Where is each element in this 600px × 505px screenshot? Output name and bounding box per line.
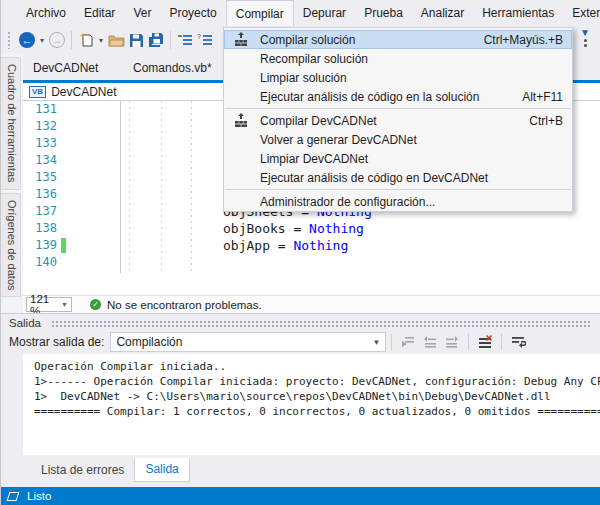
- menubar-item-analizar[interactable]: Analizar: [412, 0, 473, 26]
- menu-item-analisis-codigo-devcadnet[interactable]: Ejecutar análisis de código en DevCADNet: [224, 168, 572, 187]
- save-button[interactable]: [126, 29, 146, 51]
- build-icon: [233, 32, 249, 47]
- health-check-icon: ✓: [90, 299, 101, 310]
- word-wrap-icon: [511, 335, 526, 349]
- vb-project-icon: VB: [29, 86, 46, 98]
- menu-shortcut: Ctrl+B: [529, 114, 563, 128]
- document-tab-devcadnet[interactable]: DevCADNet: [27, 58, 104, 78]
- navigation-project-name: DevCADNet: [51, 85, 116, 99]
- code-line[interactable]: 139objApp = Nothing: [23, 237, 600, 254]
- clear-all-button[interactable]: [474, 332, 496, 352]
- menubar-item-prueba[interactable]: Prueba: [355, 0, 412, 26]
- menubar-item-compilar[interactable]: Compilar: [226, 0, 294, 26]
- output-line: 1>------ Operación Compilar iniciada: pr…: [34, 374, 600, 389]
- indent-button-2[interactable]: ?: [195, 29, 215, 51]
- menubar-item-depurar[interactable]: Depurar: [294, 0, 355, 26]
- output-panel-header[interactable]: Salida: [1, 314, 600, 330]
- toolbar-separator: [170, 31, 171, 49]
- bottom-panel-tabstrip: Lista de errores Salida: [1, 455, 600, 482]
- menu-separator: [225, 189, 571, 190]
- save-all-button[interactable]: [146, 29, 166, 51]
- output-panel-title: Salida: [9, 317, 41, 329]
- status-bar-icon: [7, 492, 20, 501]
- toolbar-separator: [501, 334, 502, 350]
- output-toolbar: Mostrar salida de: Compilación ▼: [1, 330, 600, 354]
- output-line: ========== Compilar: 1 correctos, 0 inco…: [34, 404, 600, 419]
- sidebar-tab-toolbox[interactable]: Cuadro de herramientas: [1, 57, 21, 190]
- tab-salida[interactable]: Salida: [134, 458, 189, 482]
- goto-message-icon: [401, 335, 415, 349]
- next-message-button[interactable]: [441, 332, 463, 352]
- left-dock-strip: Cuadro de herramientas Orígenes de datos: [1, 54, 23, 313]
- menu-item-compilar-devcadnet[interactable]: Compilar DevCADNet Ctrl+B: [224, 111, 572, 130]
- navigate-back-icon: ←: [19, 32, 35, 48]
- navigate-forward-button[interactable]: →: [47, 29, 67, 51]
- navigate-back-button[interactable]: ←: [17, 29, 37, 51]
- menu-shortcut: Alt+F11: [522, 90, 563, 104]
- chevron-down-icon: ▼: [61, 301, 68, 308]
- show-output-label: Mostrar salida de:: [9, 335, 104, 349]
- menu-item-volver-a-generar-devcadnet[interactable]: Volver a generar DevCADNet: [224, 130, 572, 149]
- output-line: 1> DevCADNet -> C:\Users\mario\source\re…: [34, 389, 600, 404]
- indent-icon-1: [177, 33, 193, 47]
- sidebar-tab-data-sources[interactable]: Orígenes de datos: [1, 193, 21, 298]
- menu-item-administrador-configuracion[interactable]: Administrador de configuración...: [224, 192, 572, 211]
- toolbar-grip-handle[interactable]: [7, 31, 12, 49]
- menubar-item-herramientas[interactable]: Herramientas: [473, 0, 563, 26]
- indent-button-1[interactable]: [175, 29, 195, 51]
- toolbar-separator: [468, 334, 469, 350]
- goto-message-button[interactable]: [397, 332, 419, 352]
- save-icon: [129, 33, 144, 48]
- compile-dropdown-menu: Compilar solución Ctrl+Mayús.+B Recompil…: [223, 27, 573, 212]
- chevron-down-icon: ▼: [372, 338, 380, 347]
- code-line[interactable]: 140: [23, 254, 600, 271]
- previous-message-button[interactable]: [419, 332, 441, 352]
- output-source-dropdown[interactable]: Compilación ▼: [110, 332, 386, 352]
- output-log[interactable]: Operación Compilar iniciada..1>------ Op…: [23, 354, 600, 456]
- word-wrap-button[interactable]: [507, 332, 529, 352]
- toolbar-overflow-button[interactable]: ▼: [578, 28, 592, 47]
- status-message: Listo: [27, 490, 51, 502]
- open-file-button[interactable]: [106, 29, 126, 51]
- menubar-item-archivo[interactable]: Archivo: [17, 0, 75, 26]
- output-panel: Salida Mostrar salida de: Compilación ▼: [1, 313, 600, 455]
- toolbar-separator: [71, 31, 72, 49]
- output-line: Operación Compilar iniciada..: [34, 359, 600, 374]
- navigate-back-dropdown-caret[interactable]: ▾: [37, 29, 47, 51]
- previous-message-icon: [423, 335, 437, 349]
- menu-item-analisis-codigo-solucion[interactable]: Ejecutar análisis de código en la soluci…: [224, 87, 572, 106]
- build-icon: [233, 113, 249, 128]
- navigate-forward-icon: →: [49, 32, 65, 48]
- toolbar-overflow-icon: ▼: [580, 28, 590, 37]
- menu-item-limpiar-solucion[interactable]: Limpiar solución: [224, 68, 572, 87]
- menu-item-recompilar-solucion[interactable]: Recompilar solución: [224, 49, 572, 68]
- change-tracking-bar: [61, 238, 66, 253]
- menubar-item-proyecto[interactable]: Proyecto: [160, 0, 225, 26]
- health-message: No se encontraron problemas.: [107, 299, 262, 311]
- menu-item-limpiar-devcadnet[interactable]: Limpiar DevCADNet: [224, 149, 572, 168]
- new-project-button[interactable]: [76, 29, 96, 51]
- open-folder-icon: [108, 32, 125, 48]
- svg-text:?: ?: [197, 33, 201, 40]
- menubar-item-extensiones[interactable]: Extensiones: [563, 0, 600, 26]
- document-tab-comandos[interactable]: Comandos.vb*: [127, 58, 218, 78]
- menubar-item-editar[interactable]: Editar: [75, 0, 124, 26]
- code-line[interactable]: 138objBooks = Nothing: [23, 220, 600, 237]
- toolbar-separator: [391, 334, 392, 350]
- next-message-icon: [445, 335, 459, 349]
- new-project-icon: [78, 32, 94, 48]
- menu-bar: Archivo Editar Ver Proyecto Compilar Dep…: [1, 0, 600, 26]
- new-project-dropdown-caret[interactable]: ▾: [96, 29, 106, 51]
- save-all-icon: [148, 32, 165, 48]
- menu-shortcut: Ctrl+Mayús.+B: [484, 33, 563, 47]
- tab-lista-de-errores[interactable]: Lista de errores: [31, 459, 134, 482]
- status-bar: Listo: [1, 487, 600, 505]
- menubar-item-ver[interactable]: Ver: [124, 0, 160, 26]
- app-window: Archivo Editar Ver Proyecto Compilar Dep…: [0, 0, 600, 505]
- editor-status-strip: 121 % ▼ ✓ No se encontraron problemas.: [23, 295, 600, 313]
- zoom-level-dropdown[interactable]: 121 % ▼: [26, 297, 72, 312]
- menu-item-compilar-solucion[interactable]: Compilar solución Ctrl+Mayús.+B: [224, 30, 572, 49]
- menu-separator: [225, 108, 571, 109]
- indent-icon-2: ?: [197, 33, 213, 47]
- panel-drag-texture[interactable]: [51, 320, 592, 327]
